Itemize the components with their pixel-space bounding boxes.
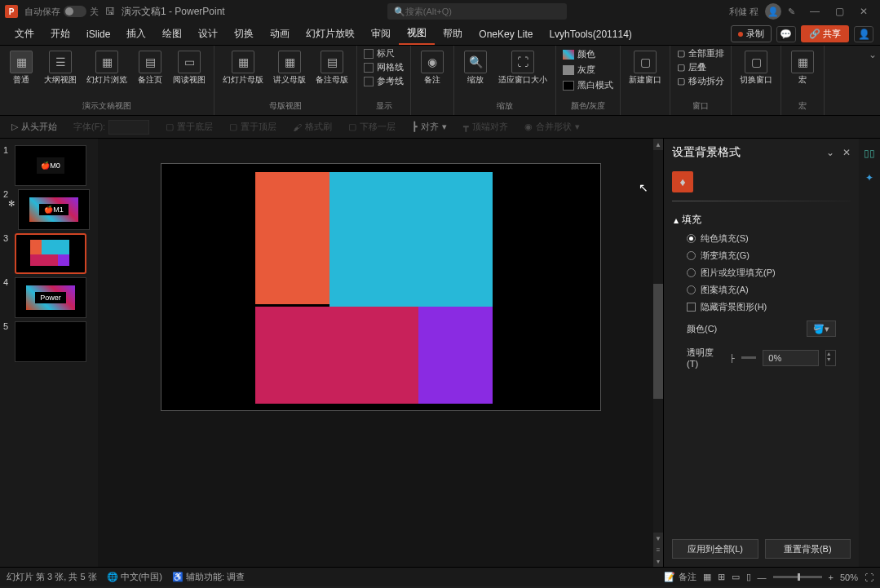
view-bw[interactable]: 黑白模式 [563, 78, 613, 92]
close-button[interactable]: ✕ [852, 3, 875, 20]
tab-draw[interactable]: 绘图 [154, 24, 190, 44]
fill-gradient-radio[interactable]: 渐变填充(G) [674, 247, 849, 264]
view-sorter-icon[interactable]: ⊞ [718, 572, 725, 582]
apply-all-button[interactable]: 应用到全部(L) [672, 539, 758, 559]
fill-pattern-radio[interactable]: 图案填充(A) [674, 281, 849, 298]
transparency-input[interactable]: 0% [763, 350, 818, 366]
show-notes-btn[interactable]: ◉备注 [414, 47, 450, 113]
transparency-spinner[interactable]: ▲▼ [825, 350, 836, 366]
slide-editor[interactable]: ▲ ▼ ≡ ▾ [98, 139, 663, 567]
show-ruler[interactable]: 标尺 [364, 47, 404, 60]
handout-master[interactable]: ▦讲义母版 [268, 47, 311, 99]
hide-bg-checkbox[interactable]: 隐藏背景图形(H) [674, 298, 849, 316]
side-align-icon[interactable]: ▯▯ [861, 145, 878, 161]
tab-file[interactable]: 文件 [7, 24, 42, 44]
status-lang[interactable]: 🌐 中文(中国) [107, 571, 162, 583]
comment-button[interactable]: 💬 [776, 26, 796, 42]
thumbnail-1[interactable]: 🍎M0 [15, 145, 86, 186]
view-normal[interactable]: ▦普通 [3, 47, 39, 99]
share-button[interactable]: 🔗 共享 [801, 25, 849, 42]
status-accessibility[interactable]: ♿ 辅助功能: 调查 [172, 571, 245, 583]
vertical-scrollbar[interactable]: ▲ ▼ ≡ ▾ [653, 139, 663, 567]
tab-review[interactable]: 审阅 [363, 24, 399, 44]
tab-insert[interactable]: 插入 [118, 24, 154, 44]
user-name: 利健 程 [729, 6, 758, 18]
user-square-icon[interactable]: 👤 [854, 26, 873, 42]
move-split[interactable]: ▢移动拆分 [677, 75, 724, 87]
fill-tab-icon[interactable]: ♦ [672, 171, 693, 192]
cascade[interactable]: ▢层叠 [677, 61, 724, 73]
record-button[interactable]: 录制 [731, 25, 772, 42]
shape-purple[interactable] [418, 307, 493, 404]
zoom-out-icon[interactable]: — [758, 573, 767, 582]
view-notes[interactable]: ▤备注页 [132, 47, 168, 99]
thumbnail-5[interactable] [15, 321, 86, 362]
show-guides[interactable]: 参考线 [364, 75, 404, 87]
transparency-label: 透明度(T) [687, 347, 723, 369]
shape-orange[interactable] [255, 172, 329, 304]
zoom-slider[interactable] [773, 576, 822, 578]
tab-animation[interactable]: 动画 [262, 24, 298, 44]
fill-section-toggle[interactable]: ▴ 填充 [674, 210, 849, 230]
show-gridlines[interactable]: 网格线 [364, 61, 404, 73]
macros[interactable]: ▦宏 [785, 47, 820, 99]
pane-close-icon[interactable]: ✕ [842, 147, 851, 158]
reset-bg-button[interactable]: 重置背景(B) [765, 539, 851, 559]
view-grayscale[interactable]: 灰度 [563, 63, 613, 77]
tab-help[interactable]: 帮助 [435, 24, 471, 44]
view-reading-icon[interactable]: ▭ [732, 572, 740, 582]
slide-counter: 幻灯片 第 3 张, 共 5 张 [7, 571, 97, 583]
tab-transitions[interactable]: 切换 [226, 24, 262, 44]
minimize-button[interactable]: — [803, 3, 826, 20]
align-menu[interactable]: ┣ 对齐 ▾ [407, 119, 452, 135]
avatar[interactable]: 👤 [765, 3, 781, 20]
tab-slideshow[interactable]: 幻灯片放映 [298, 24, 363, 44]
tab-onekey[interactable]: OneKey Lite [471, 25, 541, 43]
fit-icon[interactable]: ⛶ [865, 573, 873, 582]
thumbnail-3[interactable] [15, 233, 86, 274]
arrange-all[interactable]: ▢全部重排 [677, 47, 724, 60]
tab-islide[interactable]: iSlide [78, 25, 118, 43]
view-slideshow-icon[interactable]: ▯ [746, 572, 751, 582]
search-input[interactable]: 🔍 搜索(Alt+Q) [387, 3, 567, 20]
thumbnail-4[interactable]: Power [15, 277, 86, 318]
view-sorter[interactable]: ▦幻灯片浏览 [82, 47, 132, 99]
thumbnail-2[interactable]: 🍎M1 [18, 189, 90, 230]
notes-master[interactable]: ▤备注母版 [311, 47, 353, 99]
new-window[interactable]: ▢新建窗口 [624, 47, 666, 113]
shape-pink[interactable] [255, 307, 418, 404]
shape-cyan[interactable] [329, 172, 493, 307]
tab-view[interactable]: 视图 [399, 23, 435, 45]
side-format-icon[interactable]: ✦ [861, 170, 878, 186]
view-reading[interactable]: ▭阅读视图 [168, 47, 210, 99]
view-normal-icon[interactable]: ▦ [703, 572, 711, 582]
maximize-button[interactable]: ▢ [828, 3, 851, 20]
zoom-percentage[interactable]: 50% [840, 573, 858, 582]
collapse-ribbon[interactable]: ⌄ [865, 46, 880, 115]
switch-windows[interactable]: ▢切换窗口 [735, 47, 777, 113]
zoom-in-icon[interactable]: + [829, 573, 834, 582]
format-background-pane: 设置背景格式 ⌄ ✕ ♦ ▴ 填充 纯色填充(S) 渐变填充(G) 图片或纹理填… [663, 139, 859, 567]
transparency-slider[interactable] [741, 356, 757, 359]
status-notes[interactable]: 📝 备注 [664, 571, 696, 583]
slide-panel[interactable]: 1🍎M0 2✻🍎M1 3 4Power 5 [0, 139, 98, 567]
zoom-button[interactable]: 🔍缩放 [458, 47, 493, 99]
send-back: ▢ 置于底层 [161, 119, 218, 135]
pane-dropdown-icon[interactable]: ⌄ [826, 147, 834, 158]
current-slide[interactable] [161, 163, 601, 411]
tab-lvyh[interactable]: LvyhTools(201114) [541, 25, 639, 43]
from-beginning[interactable]: ▷ 从头开始 [7, 119, 62, 135]
view-outline[interactable]: ☰大纲视图 [39, 47, 82, 99]
fill-color-label: 颜色(C) [687, 323, 717, 335]
pen-icon[interactable]: ✎ [788, 7, 795, 17]
save-icon[interactable]: 🖫 [105, 6, 115, 17]
tab-home[interactable]: 开始 [42, 24, 78, 44]
tab-design[interactable]: 设计 [190, 24, 226, 44]
fill-picture-radio[interactable]: 图片或纹理填充(P) [674, 264, 849, 281]
fill-color-picker[interactable]: 🪣▾ [807, 321, 836, 337]
fill-solid-radio[interactable]: 纯色填充(S) [674, 230, 849, 247]
slide-master[interactable]: ▦幻灯片母版 [218, 47, 268, 99]
autosave-toggle[interactable]: 自动保存 关 [24, 6, 99, 18]
fit-window[interactable]: ⛶适应窗口大小 [493, 47, 552, 99]
view-color[interactable]: 颜色 [563, 47, 613, 61]
